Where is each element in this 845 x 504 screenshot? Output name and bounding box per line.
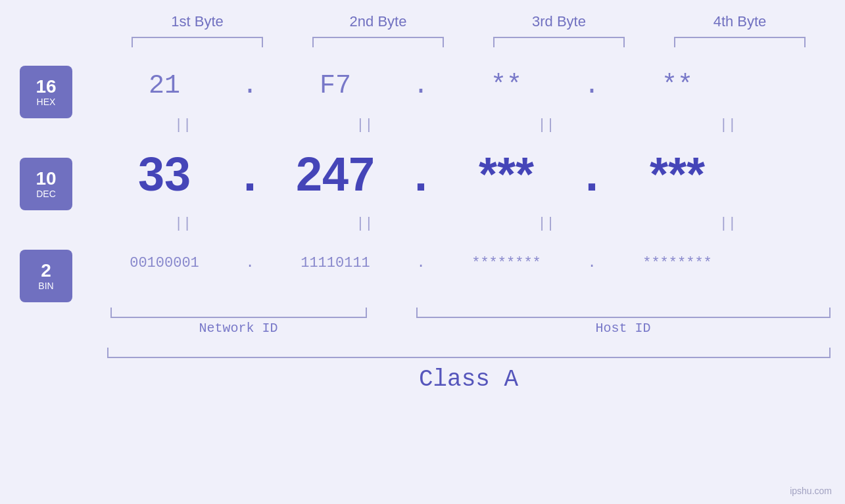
sep-2-3: ||: [474, 216, 619, 232]
main-content-area: 16 HEX 10 DEC 2 BIN 21 . F7 . ** . **: [0, 59, 845, 302]
class-label: Class A: [107, 366, 831, 393]
dec-dot-2: .: [408, 147, 434, 201]
dec-values-row: 33 . 247 . *** . ***: [92, 138, 829, 210]
sep-2-4: ||: [656, 216, 800, 232]
dec-badge-label: DEC: [36, 189, 56, 199]
host-id-label: Host ID: [416, 321, 831, 336]
byte-header-2: 2nd Byte: [306, 13, 450, 30]
bin-dot-1: .: [237, 255, 263, 271]
hex-dot-2: .: [408, 71, 434, 101]
sep-1-4: ||: [656, 117, 800, 133]
hex-dot-3: .: [579, 71, 605, 101]
hex-val-1: 21: [92, 71, 237, 101]
bottom-brackets-section: Network ID Host ID: [107, 308, 831, 336]
bracket-spacer: [390, 308, 416, 336]
network-id-label: Network ID: [110, 321, 367, 336]
sep-1-1: ||: [110, 117, 255, 133]
dec-dot-1: .: [237, 147, 263, 201]
main-container: 1st Byte 2nd Byte 3rd Byte 4th Byte 16 H…: [0, 0, 845, 504]
sep-2-2: ||: [292, 216, 437, 232]
bracket-top-4: [674, 37, 806, 47]
class-bracket-section: Class A: [107, 348, 831, 393]
network-id-bracket-line: [110, 308, 367, 318]
byte-header-1: 1st Byte: [125, 13, 270, 30]
dec-dot-3: .: [579, 147, 605, 201]
hex-dot-1: .: [237, 71, 263, 101]
host-id-bracket-line: [416, 308, 831, 318]
bin-val-3: ********: [434, 255, 579, 271]
byte-header-4: 4th Byte: [667, 13, 812, 30]
hex-badge-number: 16: [36, 77, 56, 97]
network-id-section: Network ID: [107, 308, 390, 336]
badges-column: 16 HEX 10 DEC 2 BIN: [0, 59, 92, 302]
dec-val-2: 247: [263, 150, 408, 198]
dec-val-1: 33: [92, 150, 237, 198]
sep-row-2: || || || ||: [92, 210, 845, 237]
bin-badge-number: 2: [41, 261, 51, 281]
bin-val-1: 00100001: [92, 255, 237, 271]
bracket-top-1: [132, 37, 263, 47]
bin-values-row: 00100001 . 11110111 . ******** . *******…: [92, 237, 829, 289]
dec-badge-number: 10: [36, 169, 56, 189]
dec-val-4: ***: [605, 150, 750, 198]
bin-val-4: ********: [605, 255, 750, 271]
byte-header-3: 3rd Byte: [487, 13, 631, 30]
bracket-top-2: [312, 37, 444, 47]
hex-val-3: **: [434, 71, 579, 101]
bracket-top-3: [493, 37, 625, 47]
byte-headers-row: 1st Byte 2nd Byte 3rd Byte 4th Byte: [107, 13, 831, 30]
hex-values-row: 21 . F7 . ** . **: [92, 59, 829, 112]
bottom-bracket-row: Network ID Host ID: [107, 308, 831, 336]
class-bracket-line: [107, 348, 831, 358]
sep-row-1: || || || ||: [92, 112, 845, 138]
dec-badge: 10 DEC: [20, 158, 72, 210]
data-rows-container: 21 . F7 . ** . ** || || || || 33 . 247 .: [92, 59, 845, 289]
bin-badge-label: BIN: [38, 281, 53, 291]
hex-val-4: **: [605, 71, 750, 101]
hex-badge: 16 HEX: [20, 66, 72, 118]
watermark: ipshu.com: [790, 486, 832, 496]
sep-1-3: ||: [474, 117, 619, 133]
hex-badge-label: HEX: [37, 97, 56, 107]
bin-badge: 2 BIN: [20, 250, 72, 302]
sep-1-2: ||: [292, 117, 437, 133]
sep-2-1: ||: [110, 216, 255, 232]
top-brackets: [107, 37, 831, 47]
hex-val-2: F7: [263, 71, 408, 101]
dec-val-3: ***: [434, 150, 579, 198]
bin-dot-3: .: [579, 255, 605, 271]
bin-dot-2: .: [408, 255, 434, 271]
bin-val-2: 11110111: [263, 255, 408, 271]
host-id-section: Host ID: [416, 308, 831, 336]
